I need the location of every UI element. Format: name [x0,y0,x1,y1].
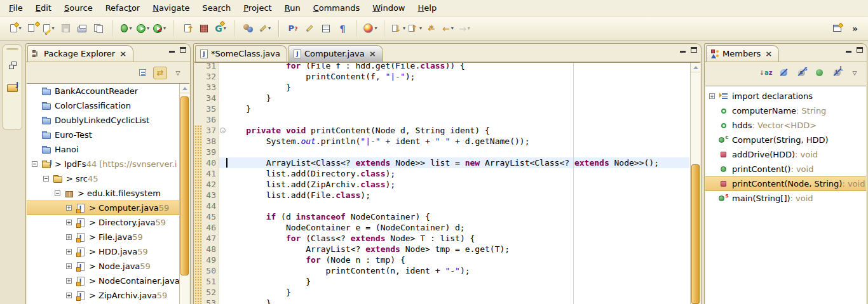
dropdown-caret-icon[interactable]: ▾ [374,25,377,31]
fastview-grip[interactable] [6,48,18,50]
menu-commands[interactable]: Commands [307,1,367,15]
close-icon[interactable]: × [765,49,772,58]
copy-button[interactable] [91,21,106,36]
new-package-button[interactable] [196,21,212,36]
tree-item[interactable]: +J> Directory.java 59 [27,215,179,230]
code-line[interactable]: 34 } [194,93,689,103]
code-line[interactable]: 48 ArrayList<? extends Node> tmp = e.get… [194,244,689,254]
close-icon[interactable]: × [119,49,126,58]
save-button[interactable] [58,21,73,36]
package-explorer-scrollbar[interactable] [179,84,189,304]
member-item[interactable]: printContent() : void [705,162,866,176]
code-line[interactable]: 38 System.out.println("|-" + ident + " "… [194,136,689,147]
maximize-button[interactable] [691,47,697,53]
show-selected-element-button[interactable] [318,21,334,36]
tree-item[interactable]: Hanoi [27,142,179,157]
dropdown-caret-icon[interactable]: ▾ [51,25,54,31]
member-item[interactable]: computerName : String [705,103,866,118]
sort-button[interactable]: ↓az [759,67,773,79]
collapse-icon[interactable]: − [55,190,60,196]
maximize-button[interactable] [180,47,186,53]
expand-icon[interactable]: + [66,263,72,269]
menu-file[interactable]: File [3,1,29,15]
java-browsing-button[interactable]: ▾ [363,21,378,36]
run-config-button[interactable]: ▾ [152,21,167,36]
mark-occurrences-button[interactable] [302,21,317,36]
tab-members[interactable]: Members × [706,45,779,62]
code-line[interactable]: 45 if (d instanceof NodeContainer) { [194,211,689,222]
java-perspective-button[interactable] [5,81,20,96]
expand-icon[interactable]: + [66,220,72,225]
tab-package-explorer[interactable]: Package Explorer × [27,45,133,62]
tree-item[interactable]: −> edu.kit.filesystem [27,186,179,201]
hide-fields-button[interactable] [776,67,790,79]
toolbar-overflow-chevron[interactable]: » [846,23,864,34]
fold-collapse-icon[interactable] [220,128,226,133]
menu-navigate[interactable]: Navigate [146,1,196,15]
next-annotation-button[interactable]: ↓▾ [391,21,406,36]
expand-icon[interactable]: + [66,234,72,240]
fold-column-cell[interactable] [219,125,226,136]
scrollbar-thumb[interactable] [180,96,189,275]
tree-item[interactable]: −J> IpdFs 44 [https://svnserver.i [27,157,179,171]
expand-icon[interactable]: + [709,93,715,99]
open-type-button[interactable] [241,21,256,36]
refresh-button[interactable]: G▾ [213,21,228,36]
menu-refactor[interactable]: Refactor [99,1,147,15]
code-line[interactable]: 43 list.add(File.class); [194,190,689,201]
code-editor[interactable]: 31 for (File f : hdd.get(File.class)) {3… [194,62,700,304]
tree-item[interactable]: Euro-Test [27,128,179,142]
menu-project[interactable]: Project [237,1,278,15]
search-button[interactable]: ▾ [257,21,273,36]
dropdown-caret-icon[interactable]: ▾ [163,25,166,31]
code-line[interactable]: 52 } [194,287,689,298]
show-annotations-button[interactable]: P? [285,21,301,36]
tab-someclass-java[interactable]: J *SomeClass.java [195,45,287,62]
menu-edit[interactable]: Edit [29,1,58,15]
run-button[interactable]: ▾ [135,21,151,36]
expand-icon[interactable]: + [66,278,72,284]
menu-source[interactable]: Source [58,1,99,15]
dropdown-caret-icon[interactable]: ▾ [18,25,21,31]
dropdown-caret-icon[interactable]: ▾ [403,25,405,31]
dropdown-caret-icon[interactable]: ▾ [224,25,226,31]
last-edit-location-button[interactable]: ∗← [424,21,439,36]
code-line[interactable]: 53 } [194,298,689,304]
tree-item[interactable]: +J> HDD.java 59 [27,244,179,259]
menu-window[interactable]: Window [366,1,411,15]
commit-button[interactable]: ↑ [180,21,195,36]
hide-static-members-button[interactable]: ss [794,67,808,79]
collapse-icon[interactable]: − [32,161,37,167]
tree-item[interactable]: −> src 45 [27,171,179,186]
code-line[interactable]: 50 printContent(n, ident + "-"); [194,265,689,276]
tree-item[interactable]: DoublyLinkedCyclicList [27,113,179,128]
code-line[interactable]: 41 list.add(Directory.class); [194,168,689,179]
tree-item[interactable]: +J> ZipArchiv.java 59 [27,288,179,303]
expand-icon[interactable]: + [66,205,72,211]
show-whitespace-button[interactable]: ¶ [335,21,350,36]
expand-icon[interactable]: + [66,249,72,254]
prev-annotation-button[interactable]: ↑▾ [407,21,423,36]
code-line[interactable]: 40 ArrayList<Class<? extends Node>> list… [194,157,689,168]
minimize-button[interactable] [169,51,175,53]
new-wizard-button[interactable]: ▾ [8,21,24,36]
tree-item[interactable]: BankAccountReader [27,84,179,98]
new-file-from-template-button[interactable] [25,21,40,36]
back-button[interactable]: ←▾ [440,21,456,36]
code-line[interactable]: 42 list.add(ZipArchiv.class); [194,179,689,190]
code-line[interactable]: 47 for (Class<? extends Node> T : list) … [194,233,689,244]
scroll-up-icon[interactable] [691,63,700,72]
collapse-all-button[interactable] [135,67,149,79]
debug-button[interactable]: ▾ [119,21,134,36]
tree-item[interactable]: +J> NodeContainer.java 59 [27,274,179,288]
code-line[interactable]: 51 } [194,276,689,287]
view-menu-button[interactable]: ▽ [848,67,862,79]
tab-computer-java[interactable]: J Computer.java × [288,45,383,62]
tree-item[interactable]: +J> Computer.java 59 [27,201,179,215]
expand-icon[interactable]: + [66,293,72,298]
editor-scrollbar[interactable] [690,63,700,304]
member-item[interactable]: addDrive(HDD) : void [705,147,866,162]
code-line[interactable]: 46 NodeContainer e = (NodeContainer) d; [194,222,689,233]
menu-run[interactable]: Run [278,1,307,15]
maximize-button[interactable] [857,47,863,53]
